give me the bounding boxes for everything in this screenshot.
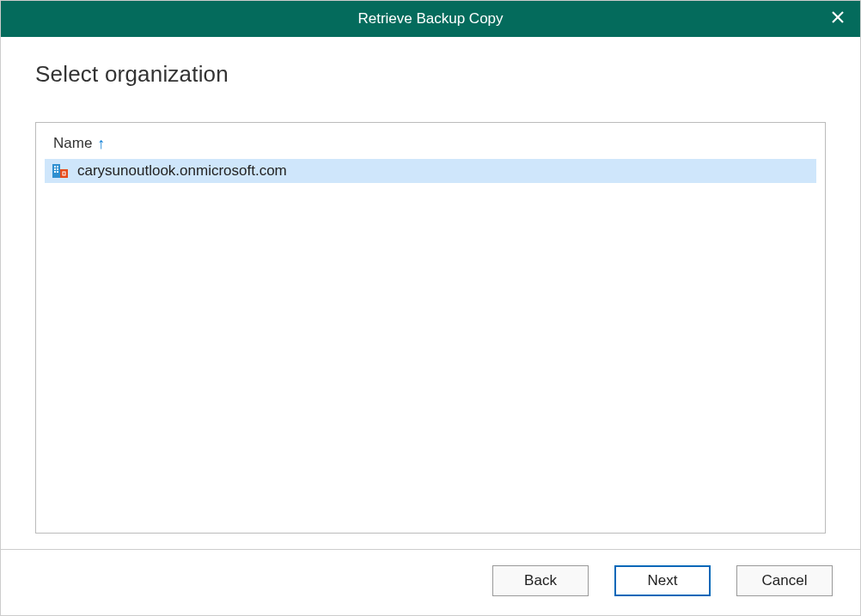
column-header-name[interactable]: Name ↑ bbox=[36, 123, 825, 159]
svg-rect-11 bbox=[64, 173, 65, 175]
sort-ascending-icon: ↑ bbox=[97, 136, 105, 151]
svg-rect-5 bbox=[54, 168, 56, 170]
organization-row[interactable]: carysunoutlook.onmicrosoft.com bbox=[45, 159, 816, 183]
organization-icon bbox=[52, 162, 69, 180]
page-heading: Select organization bbox=[35, 61, 826, 88]
dialog-window: Retrieve Backup Copy Select organization… bbox=[0, 0, 861, 616]
dialog-footer: Back Next Cancel bbox=[1, 549, 860, 615]
titlebar: Retrieve Backup Copy bbox=[1, 1, 860, 37]
column-header-label: Name bbox=[53, 135, 92, 152]
next-button[interactable]: Next bbox=[614, 565, 711, 596]
svg-rect-4 bbox=[57, 166, 58, 168]
organization-name: carysunoutlook.onmicrosoft.com bbox=[77, 162, 287, 180]
window-title: Retrieve Backup Copy bbox=[357, 10, 503, 27]
svg-rect-3 bbox=[54, 166, 56, 168]
svg-rect-7 bbox=[54, 171, 56, 173]
organization-list-panel: Name ↑ bbox=[35, 122, 826, 534]
cancel-button[interactable]: Cancel bbox=[736, 565, 833, 596]
close-button[interactable] bbox=[815, 1, 860, 37]
back-button[interactable]: Back bbox=[492, 565, 589, 596]
organization-list: carysunoutlook.onmicrosoft.com bbox=[36, 159, 825, 533]
svg-rect-6 bbox=[57, 168, 58, 170]
svg-rect-2 bbox=[52, 164, 60, 178]
close-icon bbox=[832, 10, 844, 27]
svg-rect-8 bbox=[57, 171, 58, 173]
content-area: Select organization Name ↑ bbox=[1, 37, 860, 549]
